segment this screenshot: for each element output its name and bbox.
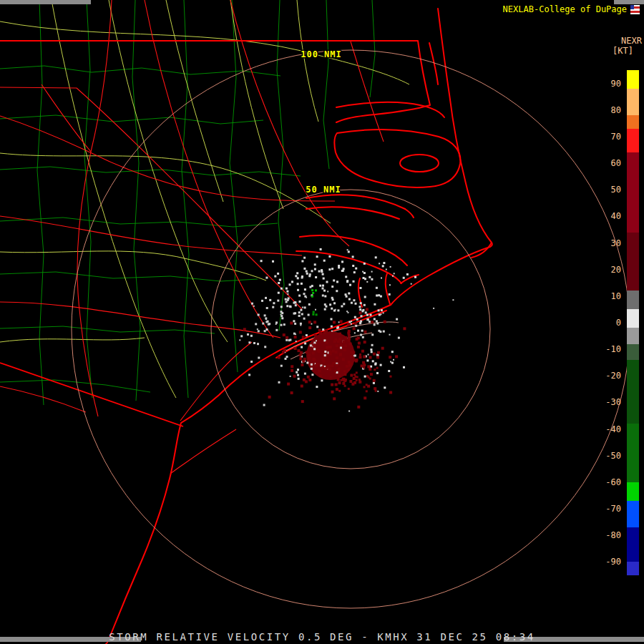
echo-pixel xyxy=(386,269,387,270)
county-line xyxy=(0,380,150,392)
echo-pixel xyxy=(369,368,371,371)
echo-pixel xyxy=(278,381,280,384)
echo-pixel xyxy=(293,375,296,378)
echo-pixel xyxy=(357,406,360,409)
echo-pixel xyxy=(335,351,338,353)
echo-pixel xyxy=(280,288,283,290)
echo-pixel xyxy=(433,308,434,309)
echo-pixel xyxy=(289,306,291,308)
echo-pixel xyxy=(378,294,380,296)
echo-pixel xyxy=(253,306,255,307)
echo-pixel xyxy=(316,313,318,316)
echo-pixel xyxy=(375,256,377,258)
nc-sc-border xyxy=(0,363,183,426)
echo-pixel xyxy=(360,287,362,289)
echo-pixel xyxy=(364,396,366,399)
echo-pixel xyxy=(266,328,268,331)
echo-pixel xyxy=(348,321,351,323)
echo-pixel xyxy=(393,359,394,361)
echo-pixel xyxy=(301,277,303,279)
echo-pixel xyxy=(373,379,376,382)
echo-pixel xyxy=(336,356,338,359)
echo-pixel xyxy=(346,296,348,298)
echo-pixel xyxy=(324,351,326,353)
echo-pixel xyxy=(323,278,325,280)
echo-pixel xyxy=(398,337,400,339)
echo-pixel xyxy=(366,359,369,361)
echo-pixel xyxy=(318,370,321,373)
echo-pixel xyxy=(291,280,293,283)
secondary-road xyxy=(0,153,331,223)
echo-pixel xyxy=(362,361,365,364)
echo-pixel xyxy=(353,271,356,273)
echo-pixel xyxy=(381,347,384,350)
echo-pixel xyxy=(272,260,274,263)
echo-pixel xyxy=(389,293,391,296)
echo-pixel xyxy=(274,275,276,278)
echo-pixel xyxy=(268,323,270,326)
echo-pixel xyxy=(355,303,357,305)
echo-pixel xyxy=(288,339,291,341)
echo-pixel xyxy=(283,349,286,352)
echo-pixel xyxy=(361,330,364,332)
echo-pixel xyxy=(371,271,373,273)
echo-pixel xyxy=(345,293,347,296)
echo-pixel xyxy=(286,288,288,290)
echo-pixel xyxy=(356,371,358,374)
echo-pixel xyxy=(336,388,338,391)
echo-pixel xyxy=(337,326,339,328)
echo-pixel xyxy=(331,286,333,288)
primary-road xyxy=(0,216,302,255)
primary-road xyxy=(77,152,98,416)
echo-pixel xyxy=(286,356,288,358)
echo-pixel xyxy=(289,283,291,286)
logo-canton xyxy=(630,5,634,9)
echo-pixel xyxy=(366,314,369,316)
echo-pixel xyxy=(291,365,293,368)
echo-pixel xyxy=(277,300,279,302)
echo-pixel xyxy=(343,303,345,305)
echo-pixel xyxy=(389,284,391,286)
echo-pixel xyxy=(338,333,341,336)
echo-pixel xyxy=(299,301,301,303)
echo-pixel xyxy=(333,302,336,304)
echo-pixel xyxy=(306,351,308,353)
range-ring xyxy=(211,190,490,469)
echo-pixel xyxy=(369,321,371,323)
echo-pixel xyxy=(311,270,313,272)
albemarle-sound-shore xyxy=(336,102,444,117)
echo-pixel xyxy=(341,306,343,308)
echo-pixel xyxy=(315,289,317,291)
echo-pixel xyxy=(357,330,359,332)
echo-pixel xyxy=(332,350,335,353)
echo-pixel xyxy=(360,334,362,336)
echo-pixel xyxy=(316,386,318,388)
echo-pixel xyxy=(340,347,342,349)
echo-pixel xyxy=(275,323,277,325)
creek-1 xyxy=(386,273,390,304)
radar-map: 100 NMI 50 NMI xyxy=(0,0,644,644)
echo-pixel xyxy=(338,367,340,369)
echo-pixel xyxy=(388,370,390,372)
echo-pixel xyxy=(394,273,395,274)
echo-pixel xyxy=(378,309,380,311)
echo-pixel xyxy=(366,375,369,377)
echo-pixel xyxy=(348,361,351,364)
echo-pixel xyxy=(366,308,369,311)
echo-pixel xyxy=(353,355,355,356)
echo-pixel xyxy=(294,301,296,303)
echo-pixel xyxy=(322,273,324,275)
echo-pixel xyxy=(265,321,268,323)
echo-pixel xyxy=(290,376,291,377)
currituck-shore xyxy=(336,41,430,122)
echo-pixel xyxy=(357,336,360,339)
echo-pixel xyxy=(286,336,288,339)
echo-pixel xyxy=(358,342,361,345)
units-label: [KT] xyxy=(613,46,633,56)
echo-pixel xyxy=(263,404,265,406)
echo-pixel xyxy=(390,361,391,363)
echo-pixel xyxy=(301,260,303,263)
echo-pixel xyxy=(280,365,283,367)
echo-pixel xyxy=(250,361,253,363)
echo-pixel xyxy=(303,379,306,381)
